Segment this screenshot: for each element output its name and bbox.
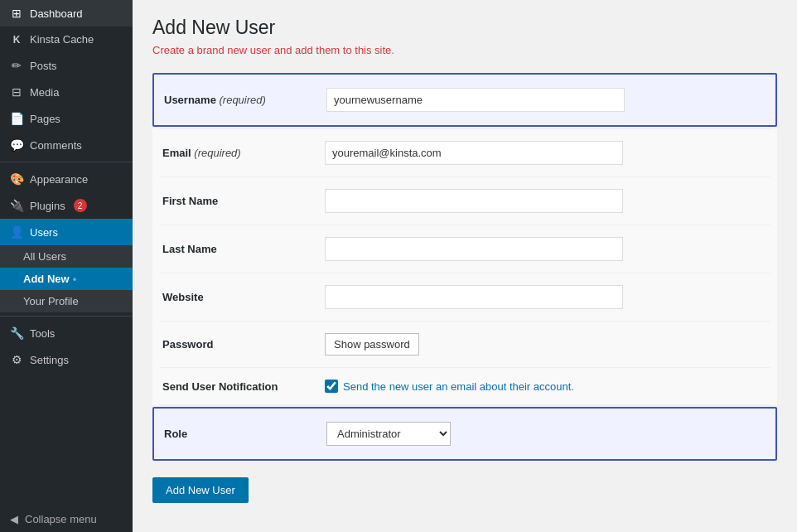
lastname-field [325, 237, 770, 261]
sidebar-item-appearance[interactable]: 🎨 Appearance [0, 166, 133, 192]
password-row: Password Show password [159, 322, 770, 368]
username-label: Username (required) [161, 94, 326, 106]
notification-checkbox-row: Send the new user an email about their a… [325, 380, 770, 393]
users-submenu: All Users Add New Your Profile [0, 245, 133, 312]
website-row: Website [159, 273, 770, 322]
username-required: (required) [220, 94, 266, 106]
pages-icon: 📄 [10, 112, 23, 125]
website-label: Website [159, 291, 325, 303]
notification-checkbox[interactable] [325, 380, 338, 393]
plugins-icon: 🔌 [10, 199, 23, 212]
appearance-icon: 🎨 [10, 172, 23, 186]
email-required: (required) [194, 147, 240, 159]
sidebar-item-comments[interactable]: 💬 Comments [0, 132, 133, 158]
divider-2 [0, 316, 133, 317]
sidebar: ⊞ Dashboard K Kinsta Cache ✏ Posts ⊟ Med… [0, 0, 133, 532]
sidebar-item-label: Settings [30, 354, 69, 366]
firstname-row: First Name [159, 177, 770, 225]
form-section: Email (required) First Name Last Name We… [152, 128, 777, 405]
subtitle: Create a brand new user and add them to … [152, 44, 777, 56]
sidebar-item-label: Kinsta Cache [30, 33, 94, 46]
lastname-label: Last Name [159, 243, 325, 255]
sidebar-item-label: Users [30, 226, 58, 239]
submenu-add-new[interactable]: Add New [0, 268, 133, 290]
email-field [325, 141, 770, 165]
lastname-input[interactable] [325, 237, 623, 261]
settings-icon: ⚙ [10, 353, 23, 366]
add-new-user-button[interactable]: Add New User [152, 477, 249, 503]
media-icon: ⊟ [10, 85, 23, 99]
website-field [325, 285, 770, 309]
sidebar-item-posts[interactable]: ✏ Posts [0, 52, 133, 79]
show-password-button[interactable]: Show password [325, 333, 419, 355]
notification-text: Send the new user an email about their a… [343, 380, 574, 393]
notification-field: Send the new user an email about their a… [325, 380, 770, 393]
collapse-label: Collapse menu [25, 513, 97, 525]
role-field: Administrator Editor Author Contributor … [326, 422, 769, 446]
active-arrow [128, 219, 133, 245]
role-section: Role Administrator Editor Author Contrib… [152, 407, 777, 461]
username-field [326, 88, 769, 112]
sidebar-item-media[interactable]: ⊟ Media [0, 79, 133, 105]
role-row: Role Administrator Editor Author Contrib… [161, 417, 769, 451]
firstname-input[interactable] [325, 189, 623, 213]
divider-1 [0, 162, 133, 162]
comments-icon: 💬 [10, 138, 23, 152]
website-input[interactable] [325, 285, 623, 309]
notification-label: Send User Notification [159, 380, 325, 393]
sidebar-item-users[interactable]: 👤 Users [0, 219, 133, 245]
email-label: Email (required) [159, 147, 325, 159]
sidebar-item-tools[interactable]: 🔧 Tools [0, 320, 133, 346]
email-input[interactable] [325, 141, 623, 165]
sidebar-item-label: Media [30, 86, 59, 99]
submenu-your-profile[interactable]: Your Profile [0, 290, 133, 312]
tools-icon: 🔧 [10, 326, 23, 340]
sidebar-item-pages[interactable]: 📄 Pages [0, 105, 133, 132]
sidebar-item-settings[interactable]: ⚙ Settings [0, 346, 133, 373]
users-icon: 👤 [10, 225, 23, 239]
username-section: Username (required) [152, 73, 777, 127]
firstname-label: First Name [159, 195, 325, 207]
username-input[interactable] [326, 88, 625, 112]
sidebar-item-label: Appearance [30, 173, 88, 186]
sidebar-item-kinsta-cache[interactable]: K Kinsta Cache [0, 27, 133, 52]
page-title: Add New User [152, 17, 777, 39]
submenu-all-users[interactable]: All Users [0, 245, 133, 268]
sidebar-item-label: Plugins [30, 200, 65, 212]
password-label: Password [159, 338, 325, 351]
firstname-field [325, 189, 770, 213]
plugins-badge: 2 [74, 199, 87, 212]
collapse-menu[interactable]: ◀ Collapse menu [0, 506, 133, 532]
kinsta-icon: K [10, 34, 23, 46]
username-row: Username (required) [161, 83, 769, 117]
main-content: Add New User Create a brand new user and… [133, 0, 797, 532]
sidebar-item-label: Posts [30, 60, 57, 72]
collapse-icon: ◀ [10, 513, 18, 525]
sidebar-item-label: Dashboard [30, 7, 83, 20]
posts-icon: ✏ [10, 59, 23, 72]
dashboard-icon: ⊞ [10, 7, 23, 20]
role-select[interactable]: Administrator Editor Author Contributor … [326, 422, 451, 446]
sidebar-item-label: Tools [30, 327, 55, 340]
lastname-row: Last Name [159, 225, 770, 273]
sidebar-item-plugins[interactable]: 🔌 Plugins 2 [0, 192, 133, 219]
sidebar-item-label: Comments [30, 139, 82, 152]
notification-row: Send User Notification Send the new user… [159, 368, 770, 405]
role-label: Role [161, 428, 326, 440]
sidebar-item-label: Pages [30, 113, 60, 125]
email-row: Email (required) [159, 128, 770, 177]
password-field: Show password [325, 333, 770, 355]
sidebar-item-dashboard[interactable]: ⊞ Dashboard [0, 0, 133, 27]
